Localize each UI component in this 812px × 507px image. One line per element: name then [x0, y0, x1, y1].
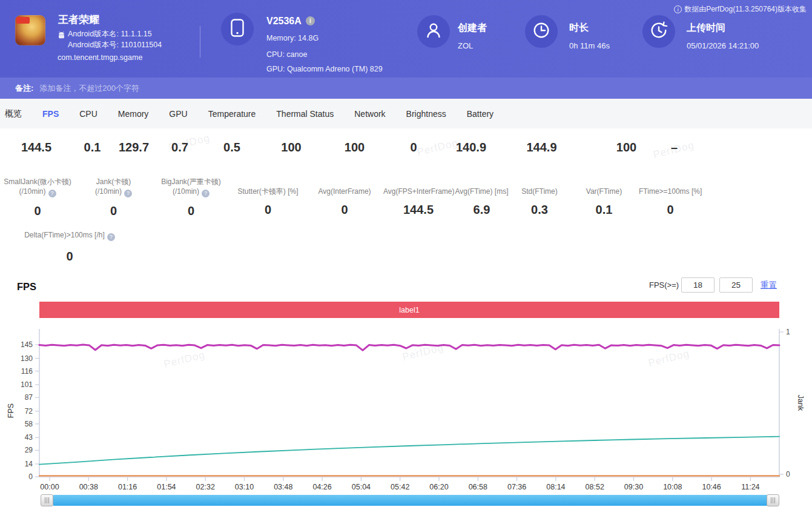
android-version-name: Android版本名: 11.1.1.15: [68, 29, 152, 39]
tab[interactable]: Brightness: [406, 109, 446, 119]
device-icon-circle: [221, 13, 254, 45]
fps-filter-label: FPS(>=): [649, 280, 679, 290]
clock-icon: [532, 21, 550, 42]
chart-range-track[interactable]: [53, 495, 767, 506]
stat-value: 140.9: [441, 139, 501, 156]
remark-bar[interactable]: 备注: 添加备注，不超过200个字符: [0, 78, 812, 99]
svg-text:02:32: 02:32: [196, 483, 215, 491]
collect-note: i 数据由PerfDog(11.3.250764)版本收集: [674, 4, 807, 15]
tab[interactable]: Battery: [467, 109, 493, 119]
range-handle-left[interactable]: [41, 494, 53, 506]
stat-block: Avg(FPS+InterFrame) 144.5: [383, 177, 454, 219]
device-memory: Memory: 14.8G: [266, 34, 319, 42]
tab[interactable]: CPU: [79, 109, 97, 119]
stat-value: 0: [639, 201, 702, 218]
stats-row-1: 144.50.1129.70.70.51001000140.9144.9100–: [0, 139, 678, 156]
stat-value: 144.5: [383, 201, 454, 218]
upload-value: 05/01/2026 14:21:00: [687, 41, 759, 50]
stat-value: 0.1: [73, 139, 112, 156]
grip-icon: [771, 497, 776, 503]
stat-value: 0: [230, 201, 306, 218]
fps-threshold-input-2[interactable]: [719, 277, 753, 293]
delta-label: Delta(FTime)>100ms [/h]: [24, 231, 105, 239]
stat-value: 0: [0, 202, 75, 219]
device-model: V2536A: [266, 16, 302, 26]
svg-text:01:16: 01:16: [118, 483, 137, 491]
fps-threshold-input-1[interactable]: [681, 277, 715, 293]
tab[interactable]: FPS: [42, 109, 59, 119]
svg-text:10:08: 10:08: [663, 483, 682, 491]
tab[interactable]: Thermal Status: [276, 109, 334, 119]
device-info-icon[interactable]: i: [306, 16, 315, 25]
svg-text:10:46: 10:46: [702, 483, 721, 491]
stat-value: 0: [75, 202, 152, 219]
tab[interactable]: 概览: [5, 108, 22, 119]
range-handle-right[interactable]: [767, 494, 779, 506]
creator-icon-circle: [417, 15, 450, 48]
stat-block: Avg(FTime) [ms] 6.9: [454, 177, 510, 219]
stat-value: 0: [152, 202, 230, 219]
upload-icon-circle: [642, 15, 675, 48]
stat-block: Jank(卡顿) (/10min)? 0: [75, 177, 152, 219]
stat-block: Stutter(卡顿率) [%] 0: [230, 177, 306, 219]
fps-section-title: FPS: [17, 281, 36, 293]
svg-text:07:36: 07:36: [507, 483, 526, 491]
help-icon[interactable]: ?: [48, 190, 56, 197]
tab-bar: 概览FPSCPUMemoryGPUTemperatureThermal Stat…: [0, 99, 812, 128]
tab[interactable]: Network: [354, 109, 385, 119]
android-icon: [58, 31, 65, 42]
svg-text:87: 87: [25, 393, 33, 402]
grip-icon: [45, 497, 50, 503]
svg-text:00:00: 00:00: [40, 483, 59, 491]
stat-value: 129.7: [112, 139, 156, 156]
stat-label: Stutter(卡顿率) [%]: [230, 177, 306, 196]
help-icon[interactable]: ?: [107, 233, 115, 241]
stat-block: SmallJank(微小卡顿) (/10min)? 0: [0, 177, 75, 219]
stat-label: Jank(卡顿) (/10min)?: [75, 177, 152, 197]
stat-label: Avg(FPS+InterFrame): [383, 177, 454, 196]
user-icon: [424, 21, 443, 42]
fps-chart[interactable]: 14513011610187725843291401000:0000:3801:…: [0, 323, 812, 500]
tab[interactable]: GPU: [169, 109, 187, 119]
svg-text:11:24: 11:24: [741, 483, 759, 491]
delta-stat-block: Delta(FTime)>100ms [/h]? 0: [0, 231, 139, 263]
duration-value: 0h 11m 46s: [569, 41, 610, 50]
stat-block: Std(FTime) 0.3: [510, 177, 569, 219]
stat-value: –: [671, 139, 678, 156]
creator-value: ZOL: [458, 41, 473, 50]
svg-text:58: 58: [25, 420, 33, 428]
svg-text:101: 101: [21, 380, 33, 389]
report-header: 王者荣耀 Android版本名: 11.1.1.15 Android版本号: 1…: [0, 0, 812, 78]
help-icon[interactable]: ?: [124, 190, 132, 197]
tab[interactable]: Temperature: [208, 109, 256, 119]
stat-value: 6.9: [454, 201, 510, 218]
stat-value: 100: [260, 139, 323, 156]
stat-value: 144.5: [0, 139, 73, 156]
game-app-icon: [15, 15, 45, 45]
svg-text:FPS: FPS: [7, 403, 15, 418]
info-icon: i: [674, 5, 682, 13]
tab[interactable]: Memory: [118, 109, 149, 119]
svg-text:72: 72: [25, 407, 33, 416]
delta-value: 0: [0, 250, 139, 263]
stat-block: Var(FTime) 0.1: [569, 177, 639, 219]
svg-text:145: 145: [21, 340, 33, 349]
remark-label: 备注:: [15, 83, 33, 94]
anniversary-badge: [16, 17, 30, 24]
stat-block: FTime>=100ms [%] 0: [639, 177, 702, 219]
stat-block: Avg(InterFrame) 0: [306, 177, 383, 219]
android-version-code: Android版本号: 1101011504: [68, 40, 162, 50]
duration-icon-circle: [525, 15, 558, 48]
phone-icon: [229, 18, 245, 40]
svg-text:06:58: 06:58: [469, 483, 487, 491]
device-model-row: V2536Ai: [266, 16, 315, 27]
svg-text:05:04: 05:04: [352, 483, 371, 491]
reset-link[interactable]: 重置: [761, 280, 777, 291]
stats-row-2: SmallJank(微小卡顿) (/10min)? 0 Jank(卡顿) (/1…: [0, 177, 702, 219]
help-icon[interactable]: ?: [202, 190, 210, 197]
device-gpu: GPU: Qualcomm Adreno (TM) 829: [266, 65, 383, 73]
stat-label: Avg(FTime) [ms]: [454, 177, 510, 196]
svg-text:14: 14: [25, 460, 33, 468]
stat-value: 0: [386, 139, 441, 156]
device-cpu: CPU: canoe: [266, 50, 307, 59]
